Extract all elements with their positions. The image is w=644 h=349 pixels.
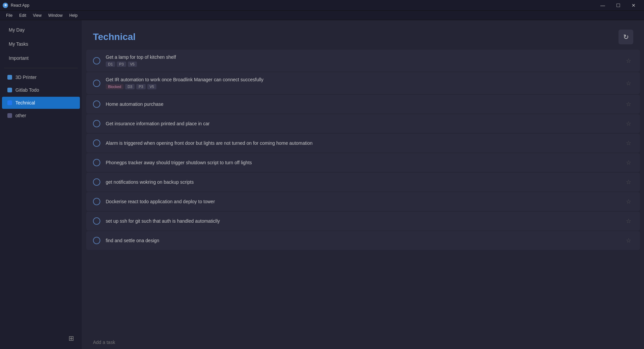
page-title: Technical — [93, 32, 136, 42]
task-tags: D1P3V5 — [106, 61, 624, 67]
sidebar-item-my-tasks[interactable]: My Tasks — [2, 37, 80, 51]
task-star-button[interactable]: ☆ — [624, 119, 633, 128]
add-list-icon: ⊞ — [68, 334, 74, 342]
task-text: get notifications wokring on backup scri… — [106, 179, 624, 185]
menu-item-window[interactable]: Window — [45, 12, 66, 19]
task-tag: P3 — [136, 84, 145, 89]
task-star-button[interactable]: ☆ — [624, 138, 633, 148]
titlebar-controls: — ☐ ✕ — [595, 0, 641, 11]
task-text: Get insurance information printed and pl… — [106, 121, 624, 126]
menu-item-file[interactable]: File — [3, 12, 16, 19]
task-checkbox[interactable] — [93, 237, 100, 244]
sidebar-divider — [4, 68, 78, 68]
task-star-button[interactable]: ☆ — [624, 158, 633, 167]
task-content: Get insurance information printed and pl… — [106, 121, 624, 126]
task-tags: BlockedD3P3V5 — [106, 84, 624, 89]
task-item[interactable]: Get a lamp for top of kitchen shelfD1P3V… — [86, 50, 640, 72]
task-tag: V5 — [128, 61, 137, 67]
task-content: Alarm is triggered when opening front do… — [106, 140, 624, 146]
task-checkbox[interactable] — [93, 120, 100, 127]
task-content: Dockerise react todo application and dep… — [106, 199, 624, 204]
task-star-button[interactable]: ☆ — [624, 79, 633, 88]
task-content: find and settle ona design — [106, 238, 624, 243]
task-text: Alarm is triggered when opening front do… — [106, 140, 624, 146]
task-text: Get a lamp for top of kitchen shelf — [106, 54, 624, 60]
menu-item-help[interactable]: Help — [66, 12, 81, 19]
task-checkbox[interactable] — [93, 198, 100, 205]
task-text: Phonegps tracker away should trigger shu… — [106, 160, 624, 165]
main-header: Technical ↻ — [82, 20, 644, 50]
task-checkbox[interactable] — [93, 178, 100, 186]
task-item[interactable]: Get insurance information printed and pl… — [86, 114, 640, 133]
sidebar-item-other[interactable]: other — [2, 110, 80, 122]
task-item[interactable]: Get IR automation to work once Broadlink… — [86, 72, 640, 94]
sidebar-item-my-day[interactable]: My Day — [2, 23, 80, 37]
task-item[interactable]: set up ssh for git such that auth is han… — [86, 212, 640, 230]
sidebar-item-label-technical: Technical — [15, 100, 35, 105]
task-text: find and settle ona design — [106, 238, 624, 243]
task-tag: V5 — [147, 84, 156, 89]
task-item[interactable]: find and settle ona design☆ — [86, 231, 640, 250]
task-item[interactable]: Alarm is triggered when opening front do… — [86, 134, 640, 152]
task-item[interactable]: get notifications wokring on backup scri… — [86, 173, 640, 191]
task-content: Get a lamp for top of kitchen shelfD1P3V… — [106, 54, 624, 67]
add-list-button[interactable]: ⊞ — [66, 333, 77, 344]
task-content: Phonegps tracker away should trigger shu… — [106, 160, 624, 165]
task-content: get notifications wokring on backup scri… — [106, 179, 624, 185]
task-checkbox[interactable] — [93, 139, 100, 147]
sidebar-footer: ⊞ — [0, 330, 82, 349]
task-content: set up ssh for git such that auth is han… — [106, 218, 624, 224]
task-star-button[interactable]: ☆ — [624, 216, 633, 226]
sidebar-item-technical[interactable]: Technical — [2, 97, 80, 109]
refresh-icon: ↻ — [623, 33, 629, 41]
task-star-button[interactable]: ☆ — [624, 99, 633, 109]
menu-item-view[interactable]: View — [30, 12, 45, 19]
minimize-button[interactable]: — — [595, 0, 610, 11]
titlebar-title: React App — [11, 3, 29, 8]
task-star-button[interactable]: ☆ — [624, 197, 633, 206]
list-color-gitlab-todo — [7, 88, 12, 92]
refresh-button[interactable]: ↻ — [618, 30, 633, 44]
task-tag: Blocked — [106, 84, 123, 89]
titlebar: ⚛ React App — ☐ ✕ — [0, 0, 644, 11]
main-content: Technical ↻ Get a lamp for top of kitche… — [82, 20, 644, 349]
task-text: Dockerise react todo application and dep… — [106, 199, 624, 204]
sidebar: My Day My Tasks Important 3D Printer Git… — [0, 20, 82, 349]
menu-item-edit[interactable]: Edit — [16, 12, 30, 19]
app-body: My Day My Tasks Important 3D Printer Git… — [0, 20, 644, 349]
task-checkbox[interactable] — [93, 80, 100, 87]
task-tag: P3 — [117, 61, 126, 67]
task-item[interactable]: Phonegps tracker away should trigger shu… — [86, 153, 640, 172]
task-checkbox[interactable] — [93, 57, 100, 64]
task-list: Get a lamp for top of kitchen shelfD1P3V… — [82, 50, 644, 336]
task-content: Home automation purchase — [106, 101, 624, 107]
menubar: FileEditViewWindowHelp — [0, 11, 644, 20]
task-text: Home automation purchase — [106, 101, 624, 107]
task-tag: D1 — [106, 61, 115, 67]
list-color-other — [7, 113, 12, 118]
sidebar-item-gitlab-todo[interactable]: Gitlab Todo — [2, 84, 80, 96]
close-button[interactable]: ✕ — [626, 0, 641, 11]
task-star-button[interactable]: ☆ — [624, 56, 633, 66]
task-star-button[interactable]: ☆ — [624, 236, 633, 245]
list-color-3d-printer — [7, 75, 12, 80]
task-checkbox[interactable] — [93, 159, 100, 166]
task-content: Get IR automation to work once Broadlink… — [106, 77, 624, 89]
task-tag: D3 — [125, 84, 135, 89]
task-star-button[interactable]: ☆ — [624, 177, 633, 187]
task-text: set up ssh for git such that auth is han… — [106, 218, 624, 224]
sidebar-item-label-gitlab-todo: Gitlab Todo — [15, 87, 39, 93]
task-text: Get IR automation to work once Broadlink… — [106, 77, 624, 82]
task-item[interactable]: Home automation purchase☆ — [86, 95, 640, 114]
add-task-area[interactable]: Add a task — [82, 336, 644, 349]
app-icon: ⚛ — [3, 3, 8, 8]
maximize-button[interactable]: ☐ — [610, 0, 626, 11]
task-checkbox[interactable] — [93, 100, 100, 108]
sidebar-item-label-3d-printer: 3D Printer — [15, 75, 37, 80]
task-checkbox[interactable] — [93, 217, 100, 225]
sidebar-item-important[interactable]: Important — [2, 51, 80, 65]
task-item[interactable]: Dockerise react todo application and dep… — [86, 192, 640, 211]
list-color-technical — [7, 100, 12, 105]
sidebar-item-label-other: other — [15, 113, 26, 118]
sidebar-item-3d-printer[interactable]: 3D Printer — [2, 71, 80, 83]
